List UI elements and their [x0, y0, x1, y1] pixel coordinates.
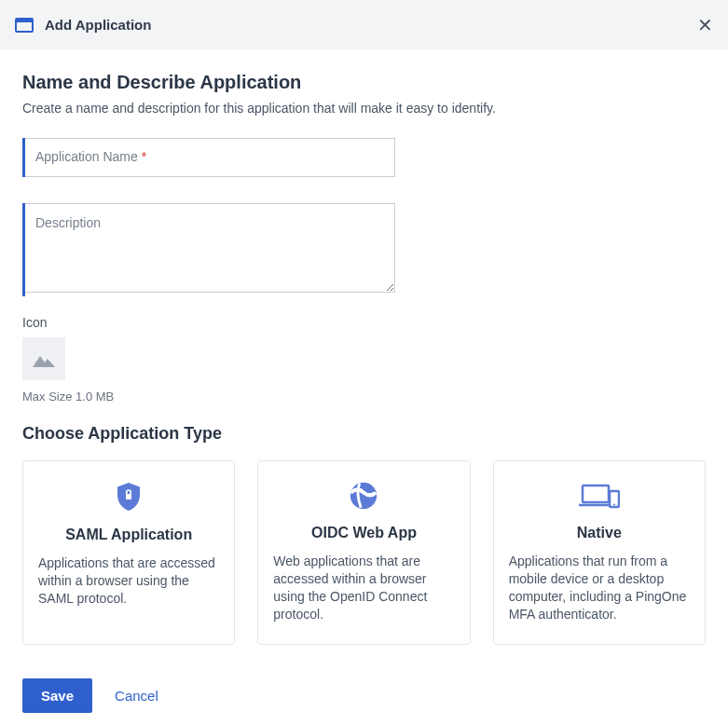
application-type-cards: SAML Application Applications that are a… [22, 460, 706, 645]
section-name-heading: Name and Describe Application [22, 72, 706, 93]
globe-icon [273, 480, 454, 512]
card-title: Native [509, 525, 690, 541]
application-name-input[interactable] [22, 138, 395, 177]
description-input[interactable] [22, 203, 395, 293]
description-field-wrap [22, 203, 395, 296]
card-title: SAML Application [38, 527, 219, 543]
modal-actions: Save Cancel [0, 656, 728, 725]
shield-icon [38, 480, 219, 513]
svg-marker-0 [33, 356, 55, 367]
card-description: Web applications that are accessed withi… [273, 553, 454, 623]
image-placeholder-icon [33, 350, 55, 367]
section-type-heading: Choose Application Type [22, 424, 706, 444]
modal-content: Name and Describe Application Create a n… [0, 49, 728, 656]
icon-upload-button[interactable] [22, 337, 65, 380]
modal-header: Add Application ✕ [0, 0, 728, 49]
application-icon [15, 18, 34, 33]
icon-size-hint: Max Size 1.0 MB [22, 390, 706, 404]
card-description: Applications that run from a mobile devi… [509, 553, 690, 623]
svg-rect-1 [126, 494, 131, 499]
field-accent [22, 138, 25, 177]
application-name-field-wrap: Application Name * [22, 138, 395, 177]
field-accent [22, 203, 25, 296]
svg-rect-3 [583, 486, 609, 502]
close-icon[interactable]: ✕ [697, 16, 713, 34]
modal-header-left: Add Application [15, 17, 151, 33]
card-oidc-web-app[interactable]: OIDC Web App Web applications that are a… [257, 460, 470, 645]
modal-title: Add Application [45, 17, 151, 33]
cancel-button[interactable]: Cancel [115, 688, 158, 704]
card-title: OIDC Web App [273, 525, 454, 541]
save-button[interactable]: Save [22, 678, 92, 713]
devices-icon [509, 480, 690, 512]
icon-field-label: Icon [22, 315, 706, 330]
card-native[interactable]: Native Applications that run from a mobi… [493, 460, 706, 645]
card-saml-application[interactable]: SAML Application Applications that are a… [22, 460, 235, 645]
card-description: Applications that are accessed within a … [38, 554, 219, 608]
section-name-subtext: Create a name and description for this a… [22, 101, 706, 116]
